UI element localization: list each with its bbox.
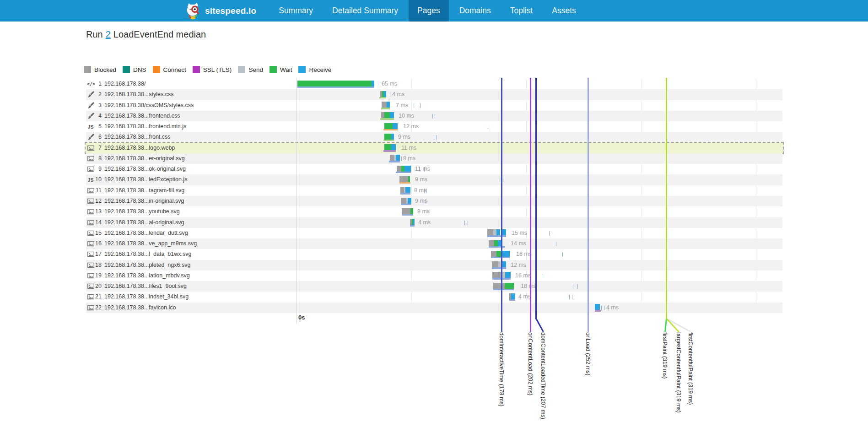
- request-url[interactable]: 192.168.178.38...favicon.ico: [104, 303, 176, 313]
- waterfall-row[interactable]: 21192.168.178.38...indset_34bi.svg4 ms: [86, 292, 782, 302]
- request-url[interactable]: 192.168.178.38...l_data_b1wx.svg: [104, 249, 191, 260]
- waterfall-row[interactable]: 4192.168.178.38...frontend.css10 ms: [86, 111, 782, 121]
- request-bar-segment-blocked[interactable]: [400, 187, 404, 193]
- request-bar-segment-blocked[interactable]: [492, 261, 498, 267]
- request-bar-segment-blocked[interactable]: [492, 272, 501, 278]
- request-bar-segment-receive[interactable]: [391, 144, 396, 150]
- request-bar-segment-receive[interactable]: [405, 187, 410, 193]
- nav-tab-pages[interactable]: Pages: [409, 0, 449, 22]
- request-bar-segment-wait[interactable]: [297, 81, 372, 87]
- request-bar-segment-receive[interactable]: [595, 304, 600, 310]
- waterfall-row[interactable]: 22192.168.178.38...favicon.ico4 ms: [86, 303, 782, 313]
- request-bar-segment-blocked[interactable]: [489, 240, 494, 246]
- request-bar-segment-wait[interactable]: [384, 112, 390, 118]
- request-bar-segment-blocked[interactable]: [401, 198, 406, 204]
- request-bar-segment-receive[interactable]: [372, 81, 374, 87]
- request-url[interactable]: 192.168.178.38...ve_app_m9ms.svg: [104, 238, 197, 249]
- request-bar-segment-wait[interactable]: [496, 251, 501, 257]
- waterfall-row[interactable]: 6192.168.178.38...front.css9 ms: [86, 132, 782, 142]
- request-bar-segment-blocked[interactable]: [390, 155, 394, 161]
- waterfall-row[interactable]: 17192.168.178.38...l_data_b1wx.svg16 ms: [86, 249, 782, 260]
- waterfall-row[interactable]: 3192.168.178.38/cssOMS/styles.css7 ms: [86, 100, 782, 111]
- request-bar-segment-blocked[interactable]: [399, 176, 408, 182]
- request-url[interactable]: 192.168.178.38...logo.webp: [104, 143, 175, 153]
- waterfall-row[interactable]: 16192.168.178.38...ve_app_m9ms.svg14 ms: [86, 238, 782, 249]
- request-url[interactable]: 192.168.178.38...ok-original.svg: [104, 164, 186, 174]
- request-bar-segment-blocked[interactable]: [487, 229, 493, 235]
- request-bar-segment-blocked[interactable]: [402, 208, 410, 214]
- request-url[interactable]: 192.168.178.38...al-original.svg: [104, 217, 184, 228]
- request-bar-segment-wait[interactable]: [505, 283, 514, 289]
- waterfall-row[interactable]: 20192.168.178.38...files1_9ool.svg18 ms: [86, 281, 782, 292]
- waterfall-row[interactable]: 11192.168.178.38...tagram-fill.svg8 ms: [86, 185, 782, 196]
- waterfall-row[interactable]: 19192.168.178.38...lation_mbdv.svg16 ms: [86, 270, 782, 281]
- request-url[interactable]: 192.168.178.38...youtube.svg: [104, 206, 180, 217]
- request-bar-segment-blocked[interactable]: [381, 112, 384, 118]
- request-bar-segment-wait[interactable]: [408, 176, 410, 182]
- request-url[interactable]: 192.168.178.38...in-original.svg: [104, 196, 184, 206]
- nav-tab-assets[interactable]: Assets: [543, 0, 585, 22]
- request-bar-segment-wait[interactable]: [410, 208, 413, 214]
- request-bar-segment-wait[interactable]: [401, 166, 404, 172]
- waterfall-row[interactable]: </>1192.168.178.38/65 ms: [86, 79, 782, 89]
- request-bar-segment-receive[interactable]: [393, 123, 398, 129]
- waterfall-row[interactable]: JS5192.168.178.38...frontend.min.js12 ms: [86, 121, 782, 132]
- request-url[interactable]: 192.168.178.38...styles.css: [104, 89, 173, 100]
- timing-tick: [604, 306, 604, 310]
- mime-type-strip-svg: [492, 267, 506, 269]
- run-number-link[interactable]: 2: [106, 29, 111, 39]
- request-bar-segment-receive[interactable]: [404, 166, 411, 172]
- request-bar-segment-wait[interactable]: [384, 144, 391, 150]
- request-url[interactable]: 192.168.178.38...indset_34bi.svg: [104, 292, 189, 302]
- request-bar-segment-blocked[interactable]: [493, 283, 505, 289]
- waterfall-row[interactable]: 18192.168.178.38...pleted_ngx6.svg12 ms: [86, 260, 782, 270]
- request-bar-segment-receive[interactable]: [505, 272, 511, 278]
- request-bar-segment-send[interactable]: [498, 261, 501, 267]
- request-url[interactable]: 192.168.178.38...frontend.min.js: [104, 121, 186, 132]
- brand-link[interactable]: sitespeed.io: [185, 2, 256, 20]
- waterfall-row[interactable]: JS10192.168.178.38...ledException.js9 ms: [86, 174, 782, 185]
- waterfall-row[interactable]: 12192.168.178.38...in-original.svg9 ms: [86, 196, 782, 206]
- request-url[interactable]: 192.168.178.38...front.css: [104, 132, 171, 142]
- request-bar-segment-receive[interactable]: [396, 155, 400, 161]
- request-bar-segment-receive[interactable]: [408, 198, 411, 204]
- request-bar-segment-receive[interactable]: [387, 102, 390, 108]
- request-bar-segment-send[interactable]: [493, 229, 496, 235]
- mime-type-strip-html: [297, 87, 374, 88]
- request-url[interactable]: 192.168.178.38/cssOMS/styles.css: [104, 100, 194, 111]
- request-bar-segment-blocked[interactable]: [397, 166, 401, 172]
- nav-tab-summary[interactable]: Summary: [270, 0, 322, 22]
- request-url[interactable]: 192.168.178.38/: [104, 79, 146, 89]
- request-url[interactable]: 192.168.178.38...frontend.css: [104, 111, 180, 121]
- waterfall-row[interactable]: 7192.168.178.38...logo.webp11 ms: [86, 143, 782, 153]
- waterfall-row[interactable]: 8192.168.178.38...er-original.svg8 ms: [86, 153, 782, 164]
- waterfall-row[interactable]: 2192.168.178.38...styles.css4 ms: [86, 89, 782, 100]
- request-bar-segment-receive[interactable]: [384, 91, 386, 97]
- waterfall-row[interactable]: 14192.168.178.38...al-original.svg4 ms: [86, 217, 782, 228]
- request-url[interactable]: 192.168.178.38...lendar_dutt.svg: [104, 228, 188, 238]
- request-bar-segment-blocked[interactable]: [491, 251, 496, 257]
- request-url[interactable]: 192.168.178.38...er-original.svg: [104, 153, 185, 164]
- waterfall-row[interactable]: 15192.168.178.38...lendar_dutt.svg15 ms: [86, 228, 782, 238]
- request-bar-segment-receive[interactable]: [391, 134, 394, 140]
- request-url[interactable]: 192.168.178.38...tagram-fill.svg: [104, 185, 184, 196]
- request-url[interactable]: 192.168.178.38...ledException.js: [104, 174, 187, 185]
- request-bar-segment-receive[interactable]: [413, 219, 415, 225]
- timing-tick: [569, 295, 570, 299]
- waterfall-row[interactable]: 9192.168.178.38...ok-original.svg11 ms: [86, 164, 782, 174]
- request-bar-segment-receive[interactable]: [496, 229, 500, 235]
- request-bar-segment-wait[interactable]: [384, 134, 391, 140]
- request-bar-segment-receive[interactable]: [390, 112, 394, 118]
- request-bar-segment-wait[interactable]: [494, 240, 498, 246]
- request-bar-segment-receive[interactable]: [511, 293, 515, 299]
- request-url[interactable]: 192.168.178.38...pleted_ngx6.svg: [104, 260, 190, 270]
- nav-tab-detailed-summary[interactable]: Detailed Summary: [323, 0, 407, 22]
- nav-tab-domains[interactable]: Domains: [451, 0, 500, 22]
- request-bar-segment-wait[interactable]: [384, 123, 393, 129]
- request-url[interactable]: 192.168.178.38...files1_9ool.svg: [104, 281, 187, 292]
- waterfall-row[interactable]: 13192.168.178.38...youtube.svg9 ms: [86, 206, 782, 217]
- nav-tab-toplist[interactable]: Toplist: [501, 0, 542, 22]
- request-bar-segment-blocked[interactable]: [382, 102, 387, 108]
- request-index: 18: [92, 260, 102, 270]
- request-url[interactable]: 192.168.178.38...lation_mbdv.svg: [104, 270, 190, 281]
